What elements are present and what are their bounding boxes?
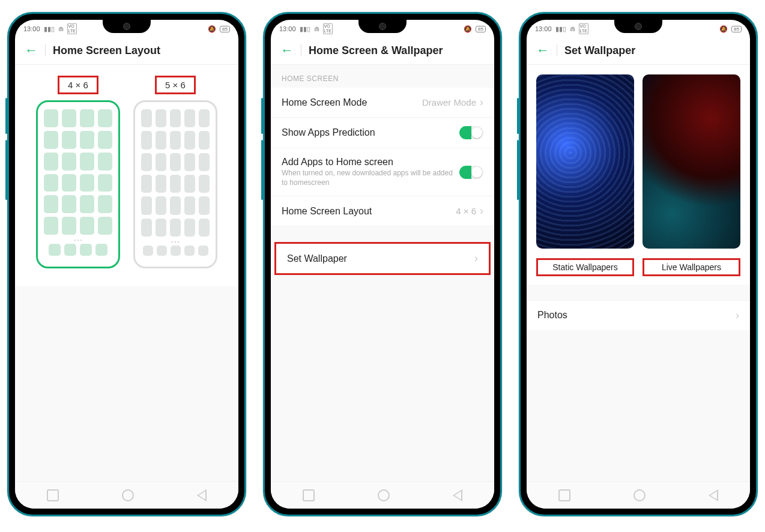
phone-mockup-settings: 13:00 ▮▮▯ ⋒ VOLTE 🔕 85 ← Home Screen & W… <box>263 12 502 516</box>
chevron-right-icon: › <box>480 205 483 217</box>
row-set-wallpaper[interactable]: Set Wallpaper › <box>276 244 489 273</box>
back-icon[interactable]: ← <box>25 43 38 58</box>
page-title: Set Wallpaper <box>564 44 635 57</box>
signal-icon: ▮▮▯ <box>555 25 566 33</box>
signal-icon: ▮▮▯ <box>300 25 310 33</box>
row-photos[interactable]: Photos › <box>527 300 750 330</box>
page-title: Home Screen Layout <box>53 44 160 57</box>
divider <box>301 44 301 56</box>
title-bar: ← Home Screen Layout <box>15 38 238 65</box>
nav-back-icon[interactable] <box>453 489 462 501</box>
nav-recent-icon[interactable] <box>303 489 315 501</box>
notch <box>614 20 662 33</box>
row-home-screen-mode[interactable]: Home Screen Mode Drawer Mode › <box>271 88 494 118</box>
nav-bar <box>15 481 238 509</box>
nav-bar <box>527 481 750 509</box>
row-label: Home Screen Layout <box>282 206 450 217</box>
chevron-right-icon: › <box>480 96 483 109</box>
layout-option-4x6[interactable]: 4 × 6 • • • <box>36 76 120 268</box>
status-time: 13:00 <box>535 25 552 32</box>
notch <box>358 20 407 33</box>
row-label: Photos <box>537 310 726 321</box>
status-time: 13:00 <box>23 25 40 32</box>
signal-icon: ▮▮▯ <box>44 25 55 33</box>
status-time: 13:00 <box>279 25 296 32</box>
mute-icon: 🔕 <box>208 25 216 33</box>
row-label: Add Apps to Home screen <box>282 157 453 168</box>
notch <box>103 20 151 33</box>
highlight-set-wallpaper: Set Wallpaper › <box>274 242 491 275</box>
divider <box>45 44 46 56</box>
battery-icon: 85 <box>731 26 742 32</box>
back-icon[interactable]: ← <box>536 43 549 58</box>
nav-recent-icon[interactable] <box>558 489 570 501</box>
wallpaper-card-live[interactable] <box>643 74 740 249</box>
nav-back-icon[interactable] <box>709 489 718 501</box>
content-area: Static Wallpapers Live Wallpapers Photos… <box>527 65 750 481</box>
back-icon[interactable]: ← <box>280 43 294 58</box>
row-label: Set Wallpaper <box>287 253 465 264</box>
volte-icon: VOLTE <box>67 23 77 34</box>
chevron-right-icon: › <box>736 309 739 322</box>
row-value: Drawer Mode <box>422 97 476 107</box>
row-home-screen-layout[interactable]: Home Screen Layout 4 × 6 › <box>271 196 494 226</box>
nav-home-icon[interactable] <box>122 489 134 501</box>
divider <box>557 44 557 56</box>
battery-icon: 85 <box>476 26 486 32</box>
wallpaper-card-static[interactable] <box>536 74 634 249</box>
volte-icon: VOLTE <box>323 23 333 34</box>
layout-preview-5x6: • • • <box>133 100 217 268</box>
toggle-switch[interactable] <box>459 166 483 179</box>
row-label: Show Apps Prediction <box>282 127 453 138</box>
nav-home-icon[interactable] <box>633 489 646 501</box>
phone-mockup-layout: 13:00 ▮▮▯ ⋒ VOLTE 🔕 85 ← Home Screen Lay… <box>7 12 246 516</box>
row-label: Home Screen Mode <box>282 97 416 108</box>
row-value: 4 × 6 <box>456 206 476 216</box>
nav-back-icon[interactable] <box>197 489 207 501</box>
toggle-switch[interactable] <box>459 126 483 139</box>
layout-label-4x6: 4 × 6 <box>58 76 98 94</box>
title-bar: ← Set Wallpaper <box>527 38 750 65</box>
layout-option-5x6[interactable]: 5 × 6 • • • <box>133 76 217 268</box>
label-static-wallpapers: Static Wallpapers <box>536 258 634 276</box>
layout-preview-4x6: • • • <box>36 100 120 268</box>
nav-recent-icon[interactable] <box>47 489 59 501</box>
volte-icon: VOLTE <box>579 23 588 34</box>
title-bar: ← Home Screen & Wallpaper <box>271 38 494 65</box>
content-area: HOME SCREEN Home Screen Mode Drawer Mode… <box>271 65 494 481</box>
wifi-icon: ⋒ <box>570 25 575 33</box>
nav-bar <box>271 481 494 509</box>
page-title: Home Screen & Wallpaper <box>309 44 443 57</box>
label-live-wallpapers: Live Wallpapers <box>643 258 740 276</box>
nav-home-icon[interactable] <box>378 489 390 501</box>
battery-icon: 85 <box>220 26 230 32</box>
row-add-apps-to-home[interactable]: Add Apps to Home screen When turned on, … <box>271 148 494 196</box>
row-subtext: When turned on, new downloaded apps will… <box>282 169 453 187</box>
layout-label-5x6: 5 × 6 <box>155 76 196 94</box>
mute-icon: 🔕 <box>719 25 728 33</box>
chevron-right-icon: › <box>474 252 478 265</box>
wifi-icon: ⋒ <box>314 25 319 33</box>
row-show-apps-prediction[interactable]: Show Apps Prediction <box>271 118 494 148</box>
phone-mockup-wallpaper: 13:00 ▮▮▯ ⋒ VOLTE 🔕 85 ← Set Wallpaper S… <box>519 12 758 516</box>
mute-icon: 🔕 <box>464 25 472 33</box>
section-header: HOME SCREEN <box>271 65 494 88</box>
content-area: 4 × 6 • • • <box>15 65 238 481</box>
wifi-icon: ⋒ <box>58 25 64 33</box>
